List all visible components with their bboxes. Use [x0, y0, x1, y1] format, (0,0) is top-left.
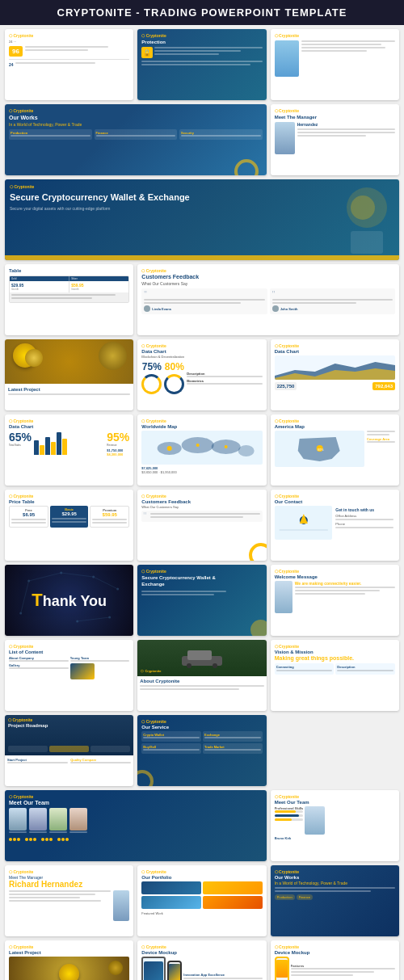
slide-title: Worldwide Map: [141, 424, 262, 429]
slide-brand: ⬡ Cryptonite: [141, 719, 262, 724]
slide-title: Our Works: [275, 875, 395, 880]
manager-name: Hernandez: [297, 122, 395, 127]
slide-title: Meet The Manager: [275, 115, 395, 120]
slide-brand: ⬡ Cryptonite: [275, 343, 395, 348]
slide-brand: ⬡ Cryptonite: [10, 184, 394, 189]
pct-2: 80%: [164, 361, 184, 372]
slide-device-mockup-1[interactable]: ⬡ Cryptonite Device Mockup Innovation Ap…: [137, 940, 266, 980]
project-image: [9, 957, 129, 980]
slide-title: Our Service: [141, 725, 262, 730]
slide-brand: ⬡ Cryptonite: [275, 794, 395, 799]
project-image: [5, 339, 133, 384]
contact-label: Get in touch with us: [335, 507, 393, 512]
slide-our-service[interactable]: ⬡ Cryptonite Our Service Crypto Wallet E…: [137, 715, 266, 786]
bar-chart: [34, 431, 104, 455]
price-period: /month: [11, 288, 67, 291]
slide-subtitle: In a World of Technology, Power & Trade: [9, 122, 263, 127]
reviewer-name: Linda Evans: [152, 307, 171, 311]
slide-about[interactable]: ⬡ Cryptonite About Cryptonite: [137, 640, 266, 711]
circle-decoration: [249, 543, 267, 561]
slide-desc[interactable]: ⬡ Cryptonite: [271, 29, 399, 100]
pct-1: 75%: [141, 361, 162, 372]
slide-brand: ⬡ Cryptonite: [275, 569, 395, 574]
slide-worldwide-map[interactable]: ⬡ Cryptonite Worldwide Map $7,625,000 $3…: [137, 414, 266, 486]
slide-brand: ⬡ Cryptonite: [275, 944, 395, 949]
image-placeholder: [275, 40, 299, 77]
slide-vision-mission[interactable]: ⬡ Cryptonite Vision & Mission Making gre…: [271, 640, 399, 711]
manager-name: Richard Hernandez: [9, 880, 129, 889]
hero-title: Secure Cryptocurrency Wallet & Exchange: [10, 192, 221, 203]
slide-our-works[interactable]: ⬡ Cryptonite Our Works In a World of Tec…: [5, 104, 267, 175]
slide-welcome-message[interactable]: ⬡ Cryptonite Welcome Message We are maki…: [271, 565, 399, 636]
slide-stats[interactable]: ⬡ Cryptonite 24 ··· 96 24: [5, 29, 133, 100]
slide-device-mockup-2[interactable]: ⬡ Cryptonite Device Mockup Features: [271, 940, 399, 980]
list-image: [70, 663, 95, 679]
slide-meet-team-2[interactable]: ⬡ Cryptonite Meet Our Team Professional …: [271, 790, 399, 861]
slide-our-works-2[interactable]: ⬡ Cryptonite Our Works In a World of Tec…: [271, 865, 399, 936]
circle-deco: [137, 770, 154, 786]
slide-title: Latest Project: [8, 387, 130, 392]
team-ratings: [9, 838, 20, 841]
vehicle-icon: [178, 644, 226, 668]
portfolio-item-4: [203, 896, 263, 909]
portfolio-label: Featured Work: [141, 911, 262, 915]
team-photo-1: [9, 808, 27, 831]
slide-our-portfolio[interactable]: ⬡ Cryptonite Our Portfolio Featured Work: [137, 865, 266, 936]
slide-latest-project[interactable]: Latest Project: [5, 339, 133, 410]
legend-label-2: Biometrics: [187, 379, 262, 383]
svg-point-6: [167, 446, 172, 451]
slide-latest-project-2[interactable]: ⬡ Cryptonite Latest Project: [5, 940, 133, 980]
slide-meet-manager[interactable]: ⬡ Cryptonite Meet The Manager Hernandez: [271, 104, 399, 175]
slide-project-roadmap[interactable]: ⬡ Cryptonite Project Roadmap Start Proje…: [5, 715, 133, 786]
svg-point-30: [213, 663, 217, 668]
phone-mockup-2: [275, 957, 289, 980]
slide-our-contact[interactable]: ⬡ Cryptonite Our Contact Get in touch wi…: [271, 490, 399, 561]
chart-label-2: Revenue: [107, 444, 129, 447]
person-photo: [275, 581, 292, 613]
slide-protection[interactable]: ⬡ Cryptonite Protection 🔒: [137, 29, 266, 100]
slide-customers-feedback-2[interactable]: ⬡ Cryptonite Customers Feedback What Our…: [137, 490, 266, 561]
slide-manager-richard[interactable]: ⬡ Cryptonite Meet The Manager Richard He…: [5, 865, 133, 936]
vision-label: Connecting: [276, 665, 333, 669]
chart-val-2: 792,643: [375, 384, 393, 389]
portfolio-item-3: [141, 896, 201, 909]
slide-list-content[interactable]: ⬡ Cryptonite List of Content About Compa…: [5, 640, 133, 711]
slide-title: Table: [9, 268, 129, 273]
slide-data-chart-2[interactable]: ⬡ Cryptonite Data Chart 225,750 792,643: [271, 339, 399, 410]
quote-icon: ": [272, 291, 393, 299]
slide-meet-team-wide[interactable]: ⬡ Cryptonite Meet Our Team: [5, 790, 267, 861]
works-subtitle: In a World of Technology, Power & Trade: [275, 881, 395, 885]
slide-brand: ⬡ Cryptonite: [275, 869, 395, 874]
slide-brand: ⬡ Cryptonite: [275, 644, 395, 649]
manager-photo: [275, 122, 295, 154]
slide-table[interactable]: Table Gold Silver $29.95 /month $59.95 /…: [5, 264, 133, 335]
svg-point-8: [225, 445, 228, 448]
legend-label: Description: [187, 372, 262, 376]
slide-title: Meet Our Team: [9, 800, 263, 805]
slide-data-chart-1[interactable]: ⬡ Cryptonite Data Chart Blockchain & Dec…: [137, 339, 266, 410]
slide-price-table[interactable]: ⬡ Cryptonite Price Table Free $6.95 Basi…: [5, 490, 133, 561]
price-basic: $29.95: [52, 511, 86, 516]
amount-2: $4,300,000: [107, 452, 129, 456]
description-label: Description: [337, 665, 393, 669]
circle-deco: [250, 620, 267, 636]
circle-decoration: [234, 159, 259, 175]
slide-brand: ⬡ Cryptonite: [141, 33, 262, 38]
slide-america-map[interactable]: ⬡ Cryptonite America Map 80% Coverage Ar…: [271, 414, 399, 486]
member-label: Bruno Kirk: [275, 836, 395, 840]
slide-data-chart-3[interactable]: ⬡ Cryptonite Data Chart 65% Total Sales: [5, 414, 133, 486]
slide-customers-feedback[interactable]: ⬡ Cryptonite Customers Feedback What Our…: [137, 264, 399, 335]
slide-title: Customers Feedback: [141, 274, 395, 280]
stat-1: 96: [9, 46, 23, 57]
about-image: ⬡ Cryptonite: [137, 640, 266, 676]
team-ratings-3: [41, 838, 53, 841]
slide-title: Project Roadmap: [8, 723, 48, 728]
area-chart: [275, 355, 395, 380]
donut-chart-1: [141, 374, 162, 394]
slide-hero-main[interactable]: ⬡ Cryptonite Secure Cryptocurrency Walle…: [5, 179, 399, 260]
slide-thank-you[interactable]: T hank You: [5, 565, 133, 636]
slide-brand: ⬡ Cryptonite: [141, 869, 262, 874]
slide-crypto-intro[interactable]: ⬡ Cryptonite Secure Cryptocurrency Walle…: [137, 565, 266, 636]
feedback-label: What Our Customers Say: [141, 505, 262, 509]
vision-tagline: Making great things possible.: [275, 655, 395, 662]
